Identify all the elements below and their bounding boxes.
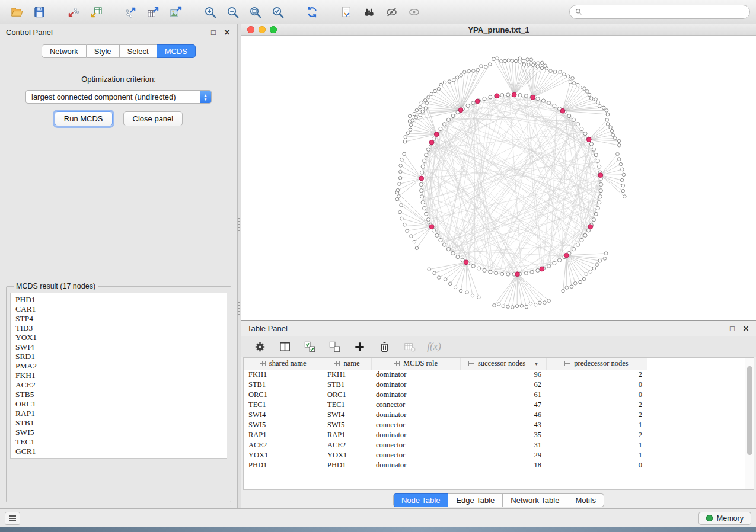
zoom-out-icon	[226, 5, 240, 19]
memory-button[interactable]: Memory	[698, 512, 751, 525]
control-panel-tab[interactable]: Style	[87, 44, 120, 58]
table-panel-tab[interactable]: Network Table	[503, 493, 567, 507]
mcds-result-item[interactable]: FKH1	[15, 371, 222, 380]
cell-predecessor-nodes: 0	[546, 460, 647, 470]
control-panel-tab[interactable]: MCDS	[157, 44, 196, 58]
mcds-result-item[interactable]: SWI5	[15, 428, 222, 437]
cell-shared-name: SWI5	[244, 420, 323, 430]
scrollbar-thumb[interactable]	[747, 366, 752, 455]
cell-filler	[647, 450, 754, 460]
window-maximize-traffic-light[interactable]	[270, 26, 277, 33]
mcds-result-item[interactable]: TEC1	[15, 437, 222, 447]
delete-columns-button[interactable]	[375, 338, 393, 355]
new-network-from-selection-button[interactable]	[336, 2, 357, 21]
cell-shared-name: RAP1	[244, 430, 323, 440]
mcds-result-item[interactable]: SWI4	[15, 342, 222, 352]
mcds-result-item[interactable]: PHD1	[15, 295, 222, 305]
float-panel-button[interactable]: □	[209, 28, 218, 36]
table-row[interactable]: RAP1 RAP1 dominator 35 2	[244, 430, 754, 440]
import-network-button[interactable]	[63, 2, 84, 21]
deselect-all-columns-button[interactable]	[326, 338, 343, 355]
table-panel-tab[interactable]: Motifs	[567, 493, 604, 507]
status-menu-button[interactable]	[5, 512, 20, 525]
column-header-predecessor-nodes[interactable]: predecessor nodes	[546, 358, 647, 370]
window-minimize-traffic-light[interactable]	[259, 26, 266, 33]
list-icon	[9, 515, 16, 517]
table-row[interactable]: PHD1 PHD1 dominator 18 0	[244, 460, 754, 470]
column-header-mcds-role[interactable]: MCDS role	[371, 358, 460, 370]
plus-icon	[353, 340, 366, 354]
mcds-result-item[interactable]: CAR1	[15, 305, 222, 314]
table-row[interactable]: SWI5 SWI5 connector 43 1	[244, 420, 754, 430]
zoom-out-button[interactable]	[222, 2, 243, 21]
zoom-fit-button[interactable]	[244, 2, 266, 21]
find-button[interactable]	[358, 2, 379, 21]
table-panel-tab[interactable]: Node Table	[393, 493, 449, 507]
cell-name: FKH1	[323, 370, 371, 380]
cell-shared-name: ORC1	[244, 390, 323, 400]
table-panel-tab[interactable]: Edge Table	[448, 493, 503, 507]
mcds-result-item[interactable]: ACE2	[15, 380, 222, 390]
mcds-result-item[interactable]: YOX1	[15, 333, 222, 342]
cell-shared-name: PHD1	[244, 460, 323, 470]
close-panel-action-button[interactable]: Close panel	[123, 111, 183, 126]
apply-layout-button[interactable]	[301, 2, 323, 21]
open-session-button[interactable]	[6, 2, 27, 21]
run-mcds-button[interactable]: Run MCDS	[55, 111, 113, 126]
table-row[interactable]: TEC1 TEC1 connector 47 2	[244, 400, 754, 410]
export-network-button[interactable]	[120, 2, 141, 21]
zoom-selected-button[interactable]	[267, 2, 288, 21]
mcds-result-item[interactable]: TID3	[15, 323, 222, 333]
toggle-column-view-button[interactable]	[276, 338, 294, 355]
export-table-button[interactable]	[142, 2, 164, 21]
column-type-icon	[564, 361, 570, 366]
cell-successor-nodes: 62	[460, 380, 546, 390]
select-all-columns-button[interactable]	[301, 338, 318, 355]
mcds-result-item[interactable]: STB5	[15, 390, 222, 399]
hide-graphics-details-button[interactable]	[381, 2, 402, 21]
table-row[interactable]: SWI4 SWI4 dominator 46 2	[244, 410, 754, 420]
save-session-button[interactable]	[28, 2, 50, 21]
column-header-name[interactable]: name	[323, 358, 371, 370]
mcds-result-item[interactable]: STP4	[15, 314, 222, 323]
column-header-successor-nodes[interactable]: successor nodes▾	[460, 358, 546, 370]
mcds-result-item[interactable]: GCR1	[15, 447, 222, 456]
function-builder-button[interactable]: f(x)	[425, 338, 443, 355]
table-row[interactable]: YOX1 YOX1 connector 29 1	[244, 450, 754, 460]
table-row[interactable]: FKH1 FKH1 dominator 96 2	[244, 370, 754, 380]
mcds-result-item[interactable]: SRD1	[15, 352, 222, 361]
delete-table-button[interactable]	[400, 338, 418, 355]
column-header-shared-name[interactable]: shared name	[244, 358, 323, 370]
document-copy-icon	[340, 5, 353, 19]
network-graph[interactable]	[241, 36, 756, 320]
export-image-button[interactable]	[165, 2, 186, 21]
import-table-button[interactable]	[85, 2, 107, 21]
zoom-in-button[interactable]	[199, 2, 221, 21]
mcds-result-item[interactable]: STB1	[15, 418, 222, 428]
search-box[interactable]	[569, 5, 750, 19]
add-column-button[interactable]	[350, 338, 368, 355]
float-table-panel-button[interactable]: □	[728, 324, 736, 332]
window-close-traffic-light[interactable]	[247, 26, 254, 33]
mcds-result-item[interactable]: ORC1	[15, 399, 222, 409]
search-input[interactable]	[586, 7, 745, 17]
zoom-fit-icon	[248, 5, 262, 19]
panel-splitter[interactable]	[237, 24, 241, 508]
criterion-select[interactable]: largest connected component (undirected)…	[25, 90, 212, 104]
table-settings-button[interactable]	[251, 338, 269, 355]
table-scrollbar[interactable]	[745, 358, 754, 489]
close-panel-button[interactable]: ×	[223, 28, 231, 36]
mcds-result-item[interactable]: PMA2	[15, 361, 222, 371]
cell-filler	[647, 420, 754, 430]
mcds-result-group: MCDS result (17 nodes) PHD1CAR1STP4TID3Y…	[6, 282, 231, 502]
table-row[interactable]: STB1 STB1 dominator 62 0	[244, 380, 754, 390]
control-panel-tab[interactable]: Network	[42, 44, 87, 58]
mcds-result-list[interactable]: PHD1CAR1STP4TID3YOX1SWI4SRD1PMA2FKH1ACE2…	[10, 293, 227, 459]
column-type-icon	[334, 361, 340, 366]
close-table-panel-button[interactable]: ×	[742, 324, 750, 332]
control-panel-tab[interactable]: Select	[120, 44, 157, 58]
mcds-result-item[interactable]: RAP1	[15, 409, 222, 418]
table-row[interactable]: ACE2 ACE2 connector 31 1	[244, 440, 754, 450]
table-row[interactable]: ORC1 ORC1 dominator 61 0	[244, 390, 754, 400]
show-graphics-details-button[interactable]	[403, 2, 425, 21]
